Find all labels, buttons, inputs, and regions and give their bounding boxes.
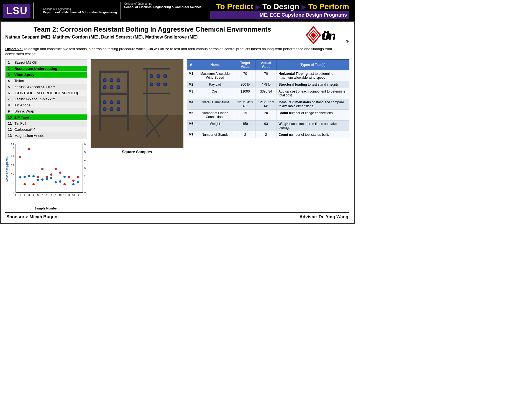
svg-point-72 (68, 176, 70, 178)
svg-text:0.6: 0.6 (11, 164, 14, 167)
svg-point-91 (103, 86, 106, 88)
mid-panel: Square Samples (90, 59, 184, 210)
metric-test: Count number of flange connections. (277, 110, 349, 121)
predict-text: To Predict (216, 2, 253, 11)
chart-area: 0 0.2 0.4 0.6 0.8 1 1.2 0 1 (5, 141, 87, 210)
metric-test: Measure dimensions of stand and compare … (277, 99, 349, 110)
metric-actual: 70 (255, 70, 277, 81)
table-row: M3 Cost $1000 $395.34 Add up cost of eac… (187, 88, 349, 99)
subtitle-text: ME, ECE Capstone Design Programs (260, 12, 347, 18)
svg-text:2: 2 (24, 194, 25, 196)
sample-number: 9 (8, 109, 14, 113)
svg-point-48 (24, 176, 26, 178)
list-item: 5Zerust Axxacoat 90 HF*** (6, 84, 87, 90)
metrics-table-header: # Name Target Value Actual Value Types o… (187, 60, 349, 70)
objective-text: To design and construct two test stands,… (5, 47, 332, 56)
main-content: Team 2: Corrosion Resistant Bolting In A… (0, 21, 355, 224)
metric-actual: 2 (255, 131, 277, 138)
svg-point-51 (37, 179, 39, 181)
svg-text:®: ® (347, 40, 349, 43)
svg-text:0.4: 0.4 (11, 173, 14, 176)
sample-list: 1Starret M1 Oil2Rustoleum Undercoating3V… (5, 59, 87, 139)
olin-logo-svg: lin O ® (305, 25, 349, 45)
svg-text:Mass Loss [grams]: Mass Loss [grams] (6, 157, 9, 182)
list-item: 12Carbocoat*** (6, 127, 87, 133)
svg-point-99 (110, 101, 112, 103)
svg-rect-109 (146, 68, 147, 137)
metric-target: 150 (235, 121, 255, 131)
sample-name: Teflon (14, 79, 85, 83)
photo-label: Square Samples (122, 150, 152, 154)
design-text: To Design (262, 2, 299, 11)
svg-rect-113 (142, 93, 170, 94)
arrow2: ▶ (301, 4, 306, 11)
metrics-table: # Name Target Value Actual Value Types o… (187, 59, 349, 138)
content-row: 1Starret M1 Oil2Rustoleum Undercoating3V… (5, 59, 349, 210)
sample-name: Tin Anode (14, 103, 85, 107)
metric-name: Overall Dimensions (195, 99, 235, 110)
svg-text:0: 0 (13, 191, 14, 194)
scatter-chart: 0 0.2 0.4 0.6 0.8 1 1.2 0 1 (5, 141, 87, 205)
svg-point-69 (55, 168, 57, 170)
sample-name: Zerust Axxanol Z-Maxx*** (14, 97, 85, 101)
svg-point-54 (50, 177, 52, 179)
svg-text:12: 12 (68, 194, 70, 196)
svg-point-63 (28, 148, 30, 150)
svg-text:13: 13 (72, 194, 75, 196)
svg-text:0.8: 0.8 (11, 155, 14, 157)
sample-name: ZIF Tape (14, 115, 85, 119)
table-row: M4 Overall Dimensions 12" x 34" x 43" 12… (187, 99, 349, 110)
svg-text:0.2: 0.2 (11, 182, 14, 185)
svg-text:3: 3 (28, 194, 30, 196)
svg-text:4: 4 (33, 194, 34, 196)
metric-target: 12" x 34" x 43" (235, 99, 255, 110)
col-actual: Actual Value (255, 60, 277, 70)
svg-point-73 (72, 180, 75, 182)
sample-number: 11 (8, 121, 14, 126)
sample-number: 3 (8, 73, 14, 77)
metric-test: Horizontal Tipping test to determine max… (277, 70, 349, 81)
svg-rect-79 (99, 71, 101, 131)
sample-number: 1 (8, 60, 14, 65)
table-row: M1 Maximum Allowable Wind Speed 70 70 Ho… (187, 70, 349, 81)
svg-point-123 (157, 83, 159, 86)
list-item: 11Tin Foil (6, 121, 87, 127)
lsu-logo: LSU College of Engineering Department of… (3, 2, 117, 19)
perform-text: To Perform (308, 2, 349, 11)
metric-name: Weight (195, 121, 235, 131)
metric-id: M4 (187, 99, 195, 110)
list-item: 6[CONTROL—NO PRODUCT APPLIED] (6, 90, 87, 96)
metric-test: Structural loading to test stand integri… (277, 81, 349, 88)
svg-text:8: 8 (50, 194, 52, 196)
right-panel: # Name Target Value Actual Value Types o… (187, 59, 349, 210)
list-item: 10ZIF Tape (6, 114, 87, 121)
metric-id: M2 (187, 81, 195, 88)
header-left: LSU College of Engineering Department of… (0, 0, 120, 21)
svg-text:0: 0 (84, 191, 86, 194)
table-row: M5 Number of Flange Connections 15 20 Co… (187, 110, 349, 121)
svg-point-50 (32, 175, 35, 177)
list-item: 2Rustoleum Undercoating (6, 66, 87, 72)
svg-text:1: 1 (19, 194, 21, 196)
list-item: 9Shrink Wrap (6, 108, 87, 114)
svg-point-59 (72, 183, 75, 185)
metric-target: 15 (235, 110, 255, 121)
tagline-top: To Predict ▶ To Design ▶ To Perform (210, 2, 349, 11)
sample-name: Starret M1 Oil (14, 60, 85, 65)
svg-text:5: 5 (84, 151, 86, 154)
objective-section: Objective: To design and construct two t… (5, 47, 349, 57)
svg-point-67 (46, 176, 48, 178)
svg-text:10: 10 (59, 194, 62, 196)
header-tagline: To Predict ▶ To Design ▶ To Perform ME, … (205, 0, 355, 21)
svg-text:1: 1 (84, 183, 86, 186)
svg-text:5: 5 (37, 194, 39, 196)
svg-text:6: 6 (42, 194, 43, 196)
svg-point-55 (55, 181, 57, 183)
list-item: 1Starret M1 Oil (6, 60, 87, 66)
svg-point-49 (28, 175, 30, 177)
svg-text:2: 2 (84, 175, 86, 178)
chart-xlabel: Sample Number (5, 207, 87, 210)
col-tests: Types of Test(s) (277, 60, 349, 70)
svg-point-62 (24, 183, 26, 185)
metric-id: M7 (187, 131, 195, 138)
